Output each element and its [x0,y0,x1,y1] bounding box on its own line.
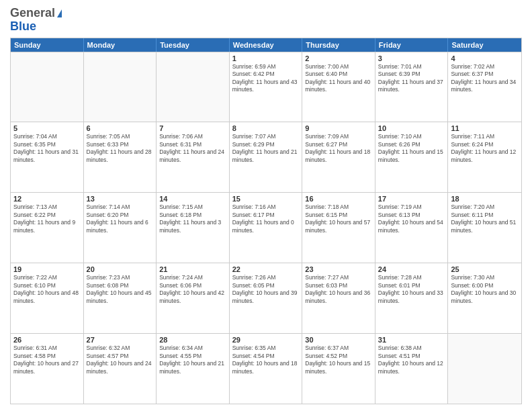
day-cell-25: 25Sunrise: 7:30 AMSunset: 6:00 PMDayligh… [448,263,521,333]
day-number: 28 [159,336,226,344]
day-info: Sunrise: 7:13 AMSunset: 6:22 PMDaylight:… [13,203,81,234]
logo-blue-text: Blue [10,20,36,34]
day-number: 15 [232,195,300,203]
header-cell-thursday: Thursday [302,38,375,52]
day-info: Sunrise: 7:10 AMSunset: 6:26 PMDaylight:… [378,133,445,164]
day-number: 26 [13,336,81,344]
day-cell-18: 18Sunrise: 7:20 AMSunset: 6:11 PMDayligh… [448,193,521,263]
day-info: Sunrise: 7:26 AMSunset: 6:05 PMDaylight:… [232,274,300,305]
day-cell-20: 20Sunrise: 7:23 AMSunset: 6:08 PMDayligh… [84,263,157,333]
day-info: Sunrise: 7:27 AMSunset: 6:03 PMDaylight:… [305,274,372,305]
day-cell-5: 5Sunrise: 7:04 AMSunset: 6:35 PMDaylight… [11,122,84,192]
day-number: 27 [87,336,154,344]
empty-cell [84,52,157,122]
day-number: 2 [305,54,372,62]
empty-cell [11,52,84,122]
day-info: Sunrise: 6:37 AMSunset: 4:52 PMDaylight:… [305,345,372,375]
day-number: 21 [159,265,226,273]
day-info: Sunrise: 7:16 AMSunset: 6:17 PMDaylight:… [232,203,300,234]
day-info: Sunrise: 7:04 AMSunset: 6:35 PMDaylight:… [13,133,81,164]
day-cell-3: 3Sunrise: 7:01 AMSunset: 6:39 PMDaylight… [375,52,449,122]
day-number: 29 [232,336,300,344]
day-cell-1: 1Sunrise: 6:59 AMSunset: 6:42 PMDaylight… [230,52,303,122]
day-info: Sunrise: 7:06 AMSunset: 6:31 PMDaylight:… [159,133,226,164]
day-cell-22: 22Sunrise: 7:26 AMSunset: 6:05 PMDayligh… [230,263,303,333]
day-number: 3 [378,54,445,62]
day-number: 31 [378,336,445,344]
day-number: 11 [451,124,519,132]
day-info: Sunrise: 7:07 AMSunset: 6:29 PMDaylight:… [232,133,300,164]
day-number: 17 [378,195,445,203]
empty-cell [157,52,230,122]
header-cell-tuesday: Tuesday [157,38,230,52]
day-number: 6 [87,124,154,132]
calendar: SundayMondayTuesdayWednesdayThursdayFrid… [10,38,522,404]
day-number: 30 [305,336,372,344]
day-number: 16 [305,195,372,203]
header-cell-friday: Friday [375,38,449,52]
day-cell-24: 24Sunrise: 7:28 AMSunset: 6:01 PMDayligh… [375,263,449,333]
day-info: Sunrise: 7:20 AMSunset: 6:11 PMDaylight:… [451,203,519,234]
day-number: 5 [13,124,81,132]
day-number: 9 [305,124,372,132]
day-cell-9: 9Sunrise: 7:09 AMSunset: 6:27 PMDaylight… [302,122,375,192]
day-info: Sunrise: 6:35 AMSunset: 4:54 PMDaylight:… [232,345,300,375]
day-number: 13 [87,195,154,203]
day-cell-23: 23Sunrise: 7:27 AMSunset: 6:03 PMDayligh… [302,263,375,333]
week-row-5: 26Sunrise: 6:31 AMSunset: 4:58 PMDayligh… [11,333,521,404]
day-info: Sunrise: 6:38 AMSunset: 4:51 PMDaylight:… [378,345,445,375]
day-info: Sunrise: 6:59 AMSunset: 6:42 PMDaylight:… [232,63,300,94]
day-info: Sunrise: 7:24 AMSunset: 6:06 PMDaylight:… [159,274,226,305]
week-row-3: 12Sunrise: 7:13 AMSunset: 6:22 PMDayligh… [11,192,521,263]
empty-cell [448,334,521,404]
day-info: Sunrise: 7:00 AMSunset: 6:40 PMDaylight:… [305,63,372,94]
day-cell-27: 27Sunrise: 6:32 AMSunset: 4:57 PMDayligh… [84,334,157,404]
header-cell-sunday: Sunday [11,38,84,52]
day-number: 10 [378,124,445,132]
day-number: 19 [13,265,81,273]
day-cell-10: 10Sunrise: 7:10 AMSunset: 6:26 PMDayligh… [375,122,449,192]
day-cell-17: 17Sunrise: 7:19 AMSunset: 6:13 PMDayligh… [375,193,449,263]
week-row-4: 19Sunrise: 7:22 AMSunset: 6:10 PMDayligh… [11,263,521,333]
day-cell-12: 12Sunrise: 7:13 AMSunset: 6:22 PMDayligh… [11,193,84,263]
logo: General Blue [10,7,62,34]
day-info: Sunrise: 7:14 AMSunset: 6:20 PMDaylight:… [87,203,154,234]
day-info: Sunrise: 7:19 AMSunset: 6:13 PMDaylight:… [378,203,445,234]
day-info: Sunrise: 7:22 AMSunset: 6:10 PMDaylight:… [13,274,81,305]
day-cell-31: 31Sunrise: 6:38 AMSunset: 4:51 PMDayligh… [375,334,449,404]
calendar-body: 1Sunrise: 6:59 AMSunset: 6:42 PMDaylight… [11,52,521,404]
day-number: 24 [378,265,445,273]
day-number: 7 [159,124,226,132]
day-info: Sunrise: 7:01 AMSunset: 6:39 PMDaylight:… [378,63,445,94]
day-cell-29: 29Sunrise: 6:35 AMSunset: 4:54 PMDayligh… [230,334,303,404]
day-number: 25 [451,265,519,273]
day-number: 14 [159,195,226,203]
day-info: Sunrise: 7:11 AMSunset: 6:24 PMDaylight:… [451,133,519,164]
day-number: 4 [451,54,519,62]
day-info: Sunrise: 7:09 AMSunset: 6:27 PMDaylight:… [305,133,372,164]
day-cell-19: 19Sunrise: 7:22 AMSunset: 6:10 PMDayligh… [11,263,84,333]
day-info: Sunrise: 6:34 AMSunset: 4:55 PMDaylight:… [159,345,226,375]
day-cell-13: 13Sunrise: 7:14 AMSunset: 6:20 PMDayligh… [84,193,157,263]
day-number: 23 [305,265,372,273]
day-info: Sunrise: 6:32 AMSunset: 4:57 PMDaylight:… [87,345,154,375]
day-cell-4: 4Sunrise: 7:02 AMSunset: 6:37 PMDaylight… [448,52,521,122]
day-cell-7: 7Sunrise: 7:06 AMSunset: 6:31 PMDaylight… [157,122,230,192]
day-number: 22 [232,265,300,273]
day-info: Sunrise: 7:18 AMSunset: 6:15 PMDaylight:… [305,203,372,234]
day-cell-15: 15Sunrise: 7:16 AMSunset: 6:17 PMDayligh… [230,193,303,263]
day-cell-28: 28Sunrise: 6:34 AMSunset: 4:55 PMDayligh… [157,334,230,404]
day-number: 20 [87,265,154,273]
day-number: 12 [13,195,81,203]
header-cell-monday: Monday [84,38,157,52]
day-cell-26: 26Sunrise: 6:31 AMSunset: 4:58 PMDayligh… [11,334,84,404]
day-cell-14: 14Sunrise: 7:15 AMSunset: 6:18 PMDayligh… [157,193,230,263]
day-info: Sunrise: 7:28 AMSunset: 6:01 PMDaylight:… [378,274,445,305]
day-number: 1 [232,54,300,62]
day-cell-6: 6Sunrise: 7:05 AMSunset: 6:33 PMDaylight… [84,122,157,192]
day-info: Sunrise: 7:02 AMSunset: 6:37 PMDaylight:… [451,63,519,94]
day-cell-21: 21Sunrise: 7:24 AMSunset: 6:06 PMDayligh… [157,263,230,333]
day-number: 8 [232,124,300,132]
week-row-1: 1Sunrise: 6:59 AMSunset: 6:42 PMDaylight… [11,52,521,122]
day-cell-8: 8Sunrise: 7:07 AMSunset: 6:29 PMDaylight… [230,122,303,192]
